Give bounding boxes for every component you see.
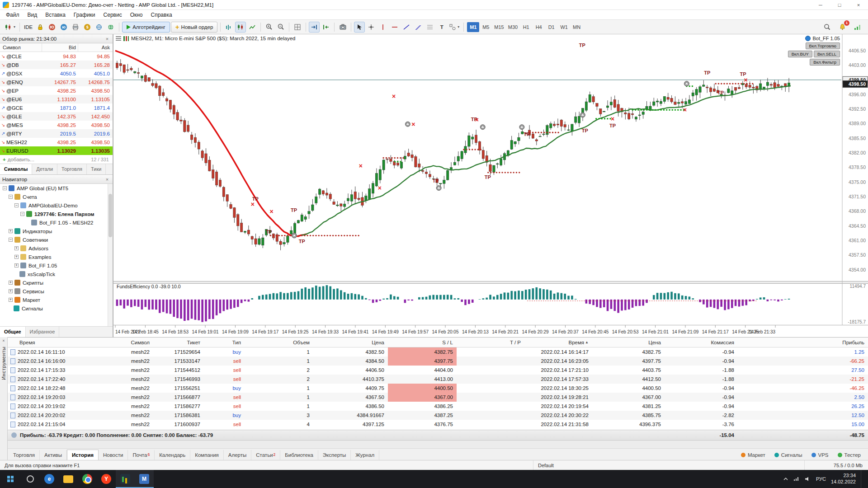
history-column-6[interactable]: S / L <box>388 338 457 347</box>
taskbar-edge-button[interactable]: e <box>40 470 59 488</box>
crosshair-tool-button[interactable] <box>366 22 377 33</box>
volume-icon[interactable] <box>805 477 811 481</box>
history-column-3[interactable]: Тип <box>204 338 245 347</box>
enable-filter-button[interactable]: Вкл.Фильтр <box>810 59 840 66</box>
market-watch-row-eu6[interactable]: ↘@EU61.131001.13105 <box>0 95 113 103</box>
taskbar-yandex-button[interactable]: Y <box>97 470 116 488</box>
history-column-11[interactable]: Прибыль <box>738 338 868 347</box>
market-watch-column-ask[interactable]: Ask <box>78 43 113 52</box>
bars-chart-button[interactable] <box>223 22 234 33</box>
menu-help[interactable]: Справка <box>147 11 176 19</box>
tile-windows-button[interactable] <box>292 22 303 33</box>
vertical-line-tool-button[interactable] <box>377 22 388 33</box>
market-watch-row-db[interactable]: ↘@DB165.27165.28 <box>0 61 113 69</box>
market-watch-row-gle[interactable]: ↘@GLE142.375142.450 <box>0 112 113 121</box>
tree-collapse-icon[interactable]: − <box>9 195 13 199</box>
menu-file[interactable]: Файл <box>2 11 24 19</box>
menu-insert[interactable]: Вставка <box>41 11 70 19</box>
history-column-1[interactable]: Символ <box>125 338 153 347</box>
toolbox-tab-активы[interactable]: Активы <box>40 450 67 460</box>
timeframe-m5-button[interactable]: M5 <box>480 22 492 32</box>
taskbar-clock[interactable]: 23:34 14.02.2022 <box>831 473 856 485</box>
navigator-item-robot[interactable]: Bot_FF 1.05 - MESH22 <box>0 218 113 227</box>
navigator-tab-избранное[interactable]: Избранное <box>26 327 60 337</box>
taskbar-chrome-button[interactable] <box>78 470 97 488</box>
tree-expand-icon[interactable]: + <box>9 289 13 293</box>
close-button[interactable]: × <box>849 0 868 9</box>
navigator-item-robot[interactable]: +Bot_FF 1.05 <box>0 261 113 270</box>
panel-button-signals[interactable]: Сигналы <box>770 450 807 460</box>
tree-expand-icon[interactable]: + <box>9 229 13 233</box>
status-profile[interactable]: Default <box>533 460 805 470</box>
maximize-button[interactable]: □ <box>830 0 849 9</box>
enable-buy-button[interactable]: Вкл.BUY <box>788 51 812 57</box>
network-icon[interactable] <box>793 477 800 481</box>
toolbox-tab-алерты[interactable]: Алерты <box>224 450 251 460</box>
payments-icon[interactable]: $ <box>82 22 93 33</box>
market-watch-add-row[interactable]: + добавить... 12 / 331 <box>0 155 113 164</box>
taskbar-search-button[interactable] <box>21 470 40 488</box>
navigator-item-server[interactable]: −AMP Global (EU) MT5 <box>0 184 113 192</box>
toolbox-side-tab[interactable]: × Инструменты <box>0 337 8 460</box>
history-column-8[interactable]: Время▲ <box>524 338 592 347</box>
tree-expand-icon[interactable]: + <box>14 255 19 259</box>
menu-charts[interactable]: Графики <box>70 11 99 19</box>
fibo-tool-button[interactable] <box>425 22 435 33</box>
objects-tool-button[interactable]: ▾ <box>448 22 461 33</box>
trendline-tool-button[interactable] <box>401 22 412 33</box>
toolbox-tab-торговля[interactable]: Торговля <box>9 450 40 460</box>
market-watch-tab-торговля[interactable]: Торговля <box>57 164 87 174</box>
titlebar[interactable]: 1297746 - AMPGlobalEU-Demo: Демо-счет - … <box>0 0 868 10</box>
zoom-in-button[interactable] <box>264 22 274 33</box>
tree-collapse-icon[interactable]: − <box>3 186 7 190</box>
toolbox-tab-эксперты[interactable]: Эксперты <box>318 450 351 460</box>
language-indicator[interactable]: РУС <box>816 476 826 482</box>
print-icon[interactable] <box>70 22 81 33</box>
chart-window[interactable]: TPTPTPTPTPTPTPTPTPTPTPTPTPTP××××××××××44… <box>113 34 868 337</box>
scrollbar-thumb[interactable] <box>108 194 112 237</box>
text-tool-button[interactable]: T <box>436 22 447 33</box>
taskbar-metatrader-button[interactable] <box>116 470 135 488</box>
navigator-item-market[interactable]: +Маркет <box>0 296 113 304</box>
timeframe-mn-button[interactable]: MN <box>571 22 583 32</box>
toolbox-tab-календарь[interactable]: Календарь <box>155 450 190 460</box>
navigator-item-indicator[interactable]: +Индикаторы <box>0 227 113 235</box>
panel-button-vps[interactable]: VPS <box>807 450 833 460</box>
navigator-item-folder[interactable]: +Advisors <box>0 244 113 253</box>
timeframe-m15-button[interactable]: M15 <box>492 22 505 32</box>
navigator-item-robot-folder[interactable]: −Советники <box>0 235 113 244</box>
panel-button-market[interactable]: Маркет <box>736 450 770 460</box>
screenshot-button[interactable] <box>337 22 348 33</box>
menu-view[interactable]: Вид <box>24 11 42 19</box>
chart-menu-icon[interactable] <box>116 36 121 41</box>
market-watch-tab-тики[interactable]: Тики <box>87 164 106 174</box>
history-column-10[interactable]: Комиссия <box>665 338 738 347</box>
community-icon[interactable]: ю <box>58 22 69 33</box>
timeframe-h4-button[interactable]: H4 <box>533 22 545 32</box>
history-column-7[interactable]: T / P <box>457 338 524 347</box>
navigator-item-account[interactable]: −1297746: Елена Пархом <box>0 210 113 218</box>
tree-collapse-icon[interactable]: − <box>20 212 24 216</box>
price-chart[interactable]: TPTPTPTPTPTPTPTPTPTPTPTPTPTP××××××××××44… <box>113 34 868 337</box>
navigator-item-server-demo[interactable]: −AMPGlobalEU-Demo <box>0 201 113 210</box>
navigator-tab-общие[interactable]: Общие <box>0 327 26 337</box>
market-watch-column-symbol[interactable]: Символ <box>0 45 42 50</box>
tree-expand-icon[interactable]: + <box>14 263 19 267</box>
navigator-item-folder[interactable]: +Examples <box>0 253 113 261</box>
enable-trading-button[interactable]: Вкл.Торговлю <box>806 42 840 49</box>
action-center-button[interactable] <box>861 470 865 488</box>
timeframe-d1-button[interactable]: D1 <box>545 22 557 32</box>
close-icon[interactable]: × <box>104 36 110 42</box>
market-watch-row-enq[interactable]: ↘@ENQ14267.7514268.75 <box>0 78 113 86</box>
tree-expand-icon[interactable]: + <box>9 281 13 285</box>
market-watch-row-eurusd[interactable]: ↘EURUSD1.130291.13035 <box>0 146 113 155</box>
market-watch-row-mes[interactable]: ↘@MES4398.254398.50 <box>0 121 113 129</box>
start-button[interactable] <box>0 470 21 488</box>
history-row-171586277[interactable]: 2022.02.14 20:19:02mesh22171586277sell14… <box>8 402 868 411</box>
webterminal-icon[interactable] <box>94 22 104 33</box>
toolbox-tab-история[interactable]: История <box>67 450 99 460</box>
algo-trading-button[interactable]: Алготрейдинг <box>122 22 170 33</box>
history-row-171600937[interactable]: 2022.02.14 21:15:04mesh22171600937sell44… <box>8 420 868 429</box>
timeframe-m30-button[interactable]: M30 <box>506 22 519 32</box>
tray-expand-icon[interactable] <box>783 477 788 481</box>
